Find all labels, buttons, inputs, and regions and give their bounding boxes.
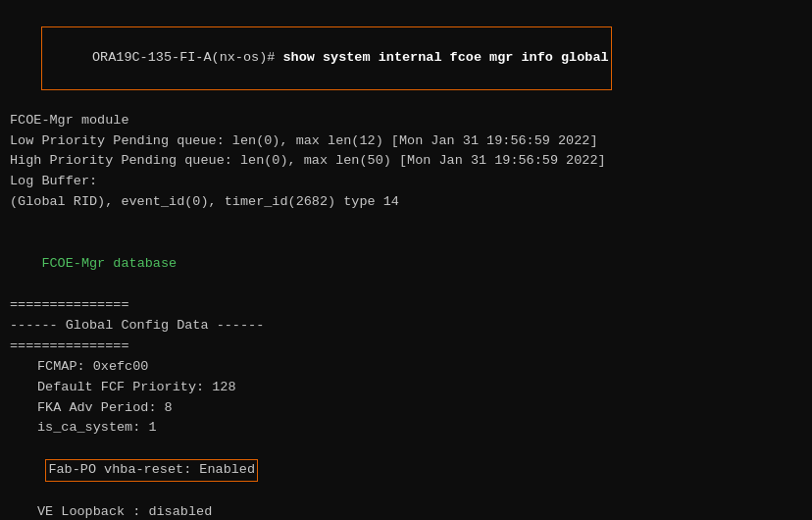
command-text: show system internal fcoe mgr info globa… xyxy=(275,50,608,65)
terminal-window: ORA19C-135-FI-A(nx-os)# show system inte… xyxy=(0,0,812,520)
line-log-buffer: Log Buffer: xyxy=(10,172,802,192)
command-line: ORA19C-135-FI-A(nx-os)# show system inte… xyxy=(10,6,802,111)
fab-po-box: Fab-PO vhba-reset: Enabled xyxy=(45,459,258,482)
line-fcoe-mgr-module: FCOE-Mgr module xyxy=(10,111,802,131)
command-box: ORA19C-135-FI-A(nx-os)# show system inte… xyxy=(41,26,611,90)
line-equals-2: =============== xyxy=(10,337,802,357)
fcoe-mgr-label: FCOE-Mgr xyxy=(41,256,113,271)
line-fcoe-mgr-database: FCOE-Mgr database xyxy=(10,234,802,295)
line-global-rid: (Global RID), event_id(0), timer_id(2682… xyxy=(10,192,802,213)
line-default-fcf: Default FCF Priority: 128 xyxy=(10,378,802,398)
database-label: database xyxy=(113,256,177,271)
line-is-ca-system: is_ca_system: 1 xyxy=(10,418,802,439)
line-ve-loopback: VE Loopback : disabled xyxy=(10,502,802,520)
prompt-text: ORA19C-135-FI-A(nx-os)# xyxy=(92,50,275,65)
line-fcmap: FCMAP: 0xefc00 xyxy=(10,357,802,378)
blank-line-1 xyxy=(10,213,802,234)
line-global-config-header: ------ Global Config Data ------ xyxy=(10,316,802,337)
line-fab-po: Fab-PO vhba-reset: Enabled xyxy=(10,439,802,502)
line-equals-1: =============== xyxy=(10,295,802,316)
line-low-priority: Low Priority Pending queue: len(0), max … xyxy=(10,131,802,152)
line-fka: FKA Adv Period: 8 xyxy=(10,398,802,419)
line-high-priority: High Priority Pending queue: len(0), max… xyxy=(10,151,802,172)
